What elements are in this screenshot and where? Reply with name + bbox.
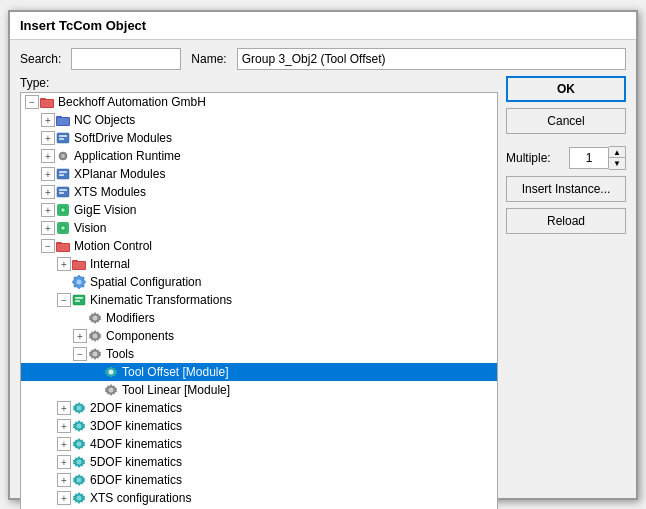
tree-toggle[interactable]: − <box>57 293 71 307</box>
svg-rect-5 <box>57 118 69 125</box>
tree-item[interactable]: − Motion Control <box>21 237 497 255</box>
tree-item-icon <box>55 184 71 200</box>
cancel-button[interactable]: Cancel <box>506 108 626 134</box>
tree-item[interactable]: + Components <box>21 327 497 345</box>
svg-rect-1 <box>40 98 46 100</box>
tree-item[interactable]: + Vision <box>21 219 497 237</box>
tree-item[interactable]: + XPlanar Modules <box>21 165 497 183</box>
tree-item[interactable]: Tool Linear [Module] <box>21 381 497 399</box>
tree-item-label: 3DOF kinematics <box>90 419 182 433</box>
tree-item[interactable]: + 6DOF kinematics <box>21 471 497 489</box>
tree-item-icon <box>55 166 71 182</box>
tree-item[interactable]: Modifiers <box>21 309 497 327</box>
svg-point-10 <box>61 154 65 158</box>
tree-item-label: XTS configurations <box>90 491 191 505</box>
spinner-up[interactable]: ▲ <box>609 147 625 158</box>
tree-toggle[interactable]: − <box>25 95 39 109</box>
tree-item-icon <box>55 202 71 218</box>
tree-item-label: 5DOF kinematics <box>90 455 182 469</box>
svg-point-39 <box>77 405 82 410</box>
svg-point-35 <box>93 333 98 338</box>
tree-item-icon <box>87 346 103 362</box>
tree-toggle[interactable]: + <box>57 257 71 271</box>
tree-toggle[interactable]: + <box>41 185 55 199</box>
tree-item-label: NC Objects <box>74 113 135 127</box>
tree-item[interactable]: + 2DOF kinematics <box>21 399 497 417</box>
name-input[interactable] <box>237 48 626 70</box>
svg-point-34 <box>93 315 98 320</box>
tree-item-label: Kinematic Transformations <box>90 293 232 307</box>
tree-item[interactable]: + 4DOF kinematics <box>21 435 497 453</box>
tree-item[interactable]: + GigE Vision <box>21 201 497 219</box>
tree-toggle[interactable]: + <box>57 473 71 487</box>
tree-item[interactable]: + SoftDrive Modules <box>21 129 497 147</box>
tree-item[interactable]: Spatial Configuration <box>21 273 497 291</box>
tree-item[interactable]: + Internal <box>21 255 497 273</box>
tree-item-icon <box>55 238 71 254</box>
tree-item[interactable]: Tool Offset [Module] <box>21 363 497 381</box>
name-label: Name: <box>191 52 226 66</box>
tree-toggle[interactable]: − <box>41 239 55 253</box>
multiple-input[interactable] <box>569 147 609 169</box>
tree-toggle[interactable]: + <box>57 437 71 451</box>
reload-button[interactable]: Reload <box>506 208 626 234</box>
tree-toggle[interactable]: + <box>41 113 55 127</box>
tree-item[interactable]: − Beckhoff Automation GmbH <box>21 93 497 111</box>
tree-item[interactable]: − Kinematic Transformations <box>21 291 497 309</box>
tree-item-label: Motion Control <box>74 239 152 253</box>
tree-item-label: Modifiers <box>106 311 155 325</box>
svg-rect-2 <box>41 100 53 107</box>
svg-point-36 <box>93 351 98 356</box>
tree-toggle[interactable]: + <box>41 149 55 163</box>
tree-item[interactable]: + Application Runtime <box>21 147 497 165</box>
tree-toggle <box>89 383 103 397</box>
tree-toggle[interactable]: + <box>57 401 71 415</box>
insert-instance-button[interactable]: Insert Instance... <box>506 176 626 202</box>
tree-toggle[interactable]: − <box>73 347 87 361</box>
svg-rect-7 <box>59 135 67 137</box>
type-label: Type: <box>20 76 49 90</box>
svg-rect-24 <box>56 242 62 244</box>
tree-toggle[interactable]: + <box>57 419 71 433</box>
tree-item-icon <box>71 256 87 272</box>
svg-rect-8 <box>59 138 64 140</box>
tree-toggle[interactable]: + <box>41 131 55 145</box>
tree-item[interactable]: + XTS configurations <box>21 489 497 507</box>
tree-toggle[interactable]: + <box>57 491 71 505</box>
svg-rect-32 <box>75 297 83 299</box>
multiple-spinner[interactable]: ▲ ▼ <box>569 146 626 170</box>
tree-toggle[interactable]: + <box>57 455 71 469</box>
tree-item[interactable]: − Tools <box>21 345 497 363</box>
tree-toggle[interactable]: + <box>73 329 87 343</box>
dialog-body: Search: Name: Type: − Beckhoff Automatio… <box>10 40 636 510</box>
tree-item[interactable]: + XTS Modules <box>21 183 497 201</box>
type-tree[interactable]: − Beckhoff Automation GmbH+ NC Objects+ … <box>20 92 498 510</box>
main-area: Type: − Beckhoff Automation GmbH+ NC Obj… <box>20 76 626 510</box>
tree-toggle[interactable]: + <box>41 167 55 181</box>
tree-item-label: 6DOF kinematics <box>90 473 182 487</box>
tree-item-label: Components <box>106 329 174 343</box>
tree-item[interactable]: + 3DOF kinematics <box>21 417 497 435</box>
svg-point-22 <box>62 226 65 229</box>
tree-item-label: GigE Vision <box>74 203 136 217</box>
spinner-down[interactable]: ▼ <box>609 158 625 169</box>
tree-item-label: Application Runtime <box>74 149 181 163</box>
svg-rect-15 <box>59 189 67 191</box>
tree-item[interactable]: + NC Objects <box>21 111 497 129</box>
right-panel: OK Cancel Multiple: ▲ ▼ Insert Instance.… <box>506 76 626 510</box>
tree-item-label: Internal <box>90 257 130 271</box>
tree-item[interactable]: + 5DOF kinematics <box>21 453 497 471</box>
svg-point-37 <box>109 369 114 374</box>
tree-item-label: SoftDrive Modules <box>74 131 172 145</box>
top-row: Search: Name: <box>20 48 626 70</box>
svg-point-30 <box>77 279 82 284</box>
search-input[interactable] <box>71 48 181 70</box>
svg-point-40 <box>77 423 82 428</box>
tree-toggle[interactable]: + <box>41 221 55 235</box>
tree-item-icon <box>103 364 119 380</box>
svg-rect-33 <box>75 300 80 302</box>
tree-item-label: Tools <box>106 347 134 361</box>
tree-toggle[interactable]: + <box>41 203 55 217</box>
ok-button[interactable]: OK <box>506 76 626 102</box>
svg-rect-12 <box>59 171 67 173</box>
